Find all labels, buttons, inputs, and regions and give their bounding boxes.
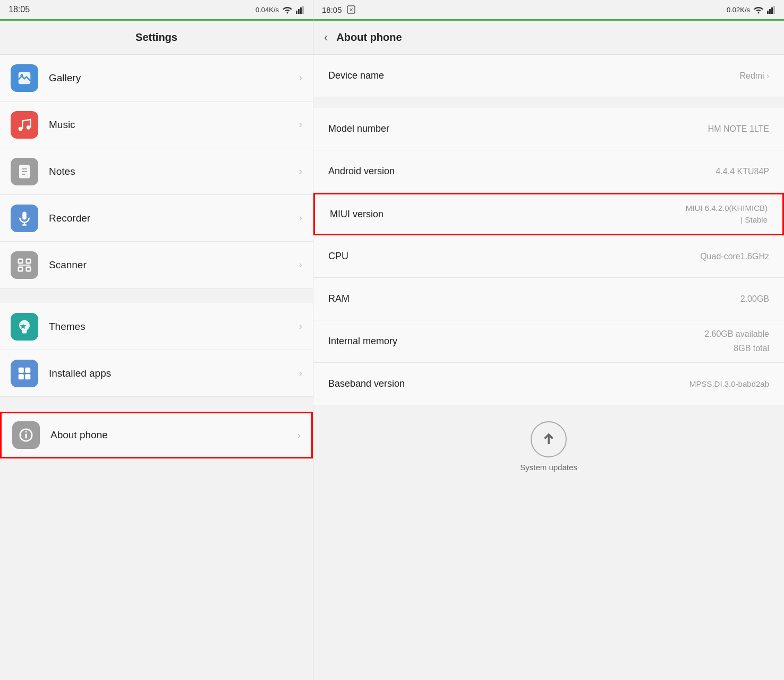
left-panel: 18:05 0.04K/s Settings <box>0 0 313 680</box>
notes-label: Notes <box>49 166 299 177</box>
settings-item-notes[interactable]: Notes › <box>0 148 313 195</box>
about-chevron: › <box>297 430 301 441</box>
installed-icon-wrap <box>11 360 38 387</box>
cpu-label: CPU <box>328 251 348 262</box>
svg-rect-19 <box>19 267 23 271</box>
system-updates-button[interactable] <box>531 421 567 457</box>
svg-rect-23 <box>25 367 30 372</box>
settings-item-about[interactable]: About phone › <box>0 412 313 458</box>
about-item-ram: RAM 2.00GB <box>313 278 784 320</box>
svg-point-8 <box>19 126 23 131</box>
svg-rect-18 <box>27 259 31 263</box>
about-icon-wrap <box>12 421 40 449</box>
right-signal-icon <box>767 5 776 14</box>
upload-icon <box>539 430 558 449</box>
right-header: ‹ About phone <box>313 21 784 55</box>
recorder-chevron: › <box>299 212 302 224</box>
model-value: HM NOTE 1LTE <box>708 124 769 134</box>
svg-rect-22 <box>19 367 24 372</box>
gallery-icon <box>16 70 32 86</box>
svg-text:✕: ✕ <box>349 7 353 13</box>
android-value: 4.4.4 KTU84P <box>716 167 770 176</box>
gallery-label: Gallery <box>49 72 299 84</box>
baseband-label: Baseband version <box>328 378 405 389</box>
scanner-icon-wrap <box>11 251 38 279</box>
miui-value: MIUI 6.4.2.0(KHIMICB)| Stable <box>686 202 768 226</box>
svg-rect-34 <box>771 7 773 14</box>
settings-item-installed[interactable]: Installed apps › <box>0 350 313 397</box>
notes-icon-wrap <box>11 158 38 185</box>
about-item-android: Android version 4.4.4 KTU84P <box>313 150 784 193</box>
back-button[interactable]: ‹ <box>324 31 328 45</box>
svg-rect-35 <box>773 6 775 14</box>
android-label: Android version <box>328 166 395 177</box>
about-item-internal-memory: Internal memory 2.60GB available 8GB tot… <box>313 320 784 363</box>
system-updates-label: System updates <box>520 463 577 472</box>
settings-item-gallery[interactable]: Gallery › <box>0 55 313 101</box>
music-icon <box>16 117 32 133</box>
svg-point-28 <box>25 431 27 432</box>
internal-memory-value: 2.60GB available 8GB total <box>704 328 769 354</box>
about-list: Device name Redmi › Model number HM NOTE… <box>313 55 784 680</box>
device-name-chevron: › <box>766 71 769 81</box>
about-phone-title: About phone <box>336 31 402 44</box>
settings-item-themes[interactable]: Themes › <box>0 303 313 350</box>
right-status-icons: 0.02K/s <box>727 5 776 14</box>
svg-rect-24 <box>19 374 24 379</box>
recorder-label: Recorder <box>49 212 299 224</box>
svg-rect-32 <box>767 11 769 14</box>
notes-icon <box>16 164 32 180</box>
gallery-chevron: › <box>299 72 302 83</box>
about-spacer1 <box>313 97 784 108</box>
svg-point-31 <box>758 12 760 14</box>
installed-label: Installed apps <box>49 368 299 379</box>
scanner-chevron: › <box>299 259 302 270</box>
themes-icon-wrap <box>11 313 38 341</box>
svg-rect-25 <box>25 374 30 379</box>
music-icon-wrap <box>11 111 38 139</box>
about-item-cpu: CPU Quad-core1.6GHz <box>313 235 784 278</box>
settings-item-music[interactable]: Music › <box>0 101 313 148</box>
svg-rect-20 <box>27 267 31 271</box>
installed-icon <box>16 366 32 381</box>
notes-chevron: › <box>299 166 302 177</box>
themes-label: Themes <box>49 321 299 333</box>
about-item-model: Model number HM NOTE 1LTE <box>313 108 784 150</box>
settings-list: Gallery › Music › <box>0 55 313 680</box>
settings-item-recorder[interactable]: Recorder › <box>0 195 313 242</box>
music-label: Music <box>49 119 299 131</box>
internal-memory-label: Internal memory <box>328 336 397 347</box>
svg-rect-14 <box>22 211 27 219</box>
ram-value: 2.00GB <box>740 294 769 304</box>
about-item-baseband: Baseband version MPSS.DI.3.0-babd2ab <box>313 363 784 405</box>
music-chevron: › <box>299 119 302 130</box>
svg-rect-17 <box>19 259 23 263</box>
right-status-left: 18:05 ✕ <box>322 5 356 14</box>
wifi-icon <box>282 5 293 14</box>
left-time: 18:05 <box>8 5 30 14</box>
right-speed: 0.02K/s <box>727 6 750 14</box>
device-name-value: Redmi › <box>739 71 769 81</box>
right-time: 18:05 <box>322 5 342 14</box>
themes-chevron: › <box>299 321 302 332</box>
left-screen-title: Settings <box>0 21 313 55</box>
settings-item-scanner[interactable]: Scanner › <box>0 242 313 288</box>
scanner-label: Scanner <box>49 259 299 271</box>
signal-icon <box>296 5 304 14</box>
left-speed: 0.04K/s <box>255 6 279 14</box>
ram-label: RAM <box>328 293 350 304</box>
svg-rect-2 <box>298 9 300 14</box>
model-label: Model number <box>328 123 389 134</box>
svg-rect-1 <box>296 11 297 14</box>
svg-rect-4 <box>302 6 304 14</box>
baseband-value: MPSS.DI.3.0-babd2ab <box>689 379 769 388</box>
right-status-bar: 18:05 ✕ 0.02K/s <box>313 0 784 19</box>
settings-title: Settings <box>135 31 177 44</box>
miui-label: MIUI version <box>330 209 384 220</box>
device-name-label: Device name <box>328 70 384 81</box>
svg-rect-33 <box>769 9 771 14</box>
about-item-device-name[interactable]: Device name Redmi › <box>313 55 784 97</box>
cpu-value: Quad-core1.6GHz <box>700 252 769 261</box>
notification-icon: ✕ <box>346 5 356 14</box>
recorder-icon <box>16 210 32 226</box>
